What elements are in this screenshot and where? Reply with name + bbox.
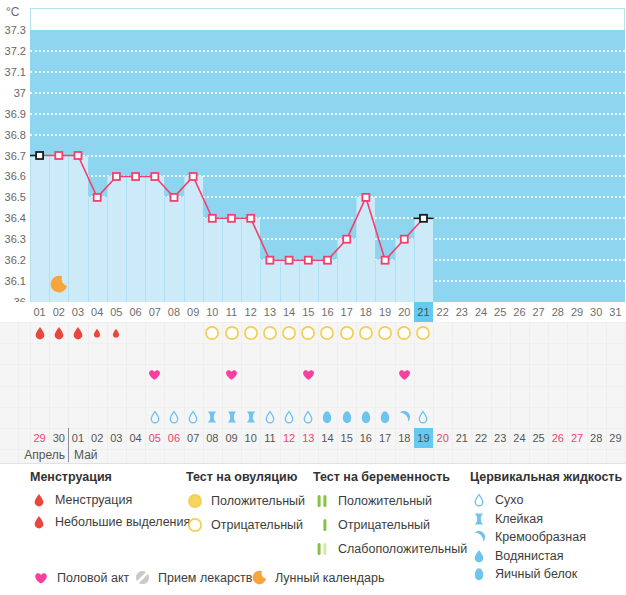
cycle-day-label[interactable]: 25 — [491, 302, 510, 322]
cervical-fluid-dry-icon[interactable] — [145, 407, 164, 428]
menstruation-light-icon[interactable] — [107, 322, 126, 343]
calendar-date-label[interactable]: 17 — [375, 428, 394, 448]
cycle-day-label[interactable]: 09 — [184, 302, 203, 322]
calendar-date-label[interactable]: 19 — [414, 428, 433, 448]
cycle-day-label[interactable]: 23 — [452, 302, 471, 322]
calendar-date-label[interactable]: 07 — [184, 428, 203, 448]
calendar-date-label[interactable]: 16 — [356, 428, 375, 448]
calendar-date-label[interactable]: 27 — [567, 428, 586, 448]
temp-point-day-8[interactable] — [171, 194, 178, 201]
calendar-date-label[interactable]: 21 — [452, 428, 471, 448]
cycle-day-label[interactable]: 20 — [395, 302, 414, 322]
ovulation-test-negative-icon[interactable] — [414, 322, 433, 343]
temp-point-day-20[interactable] — [401, 236, 408, 243]
temp-point-day-6[interactable] — [132, 173, 139, 180]
cervical-fluid-dry-icon[interactable] — [184, 407, 203, 428]
calendar-date-label[interactable]: 15 — [337, 428, 356, 448]
calendar-date-label[interactable]: 01 — [68, 428, 87, 448]
ovulation-test-negative-icon[interactable] — [395, 322, 414, 343]
cycle-day-label[interactable]: 27 — [529, 302, 548, 322]
ovulation-test-negative-icon[interactable] — [203, 322, 222, 343]
ovulation-test-negative-icon[interactable] — [260, 322, 279, 343]
temp-point-day-4[interactable] — [94, 194, 101, 201]
cycle-day-label[interactable]: 05 — [107, 302, 126, 322]
temp-point-day-7[interactable] — [151, 173, 158, 180]
calendar-date-label[interactable]: 24 — [510, 428, 529, 448]
calendar-date-label[interactable]: 03 — [107, 428, 126, 448]
cervical-fluid-eggwhite-icon[interactable] — [375, 407, 394, 428]
calendar-date-label[interactable]: 12 — [280, 428, 299, 448]
cervical-fluid-dry-icon[interactable] — [414, 407, 433, 428]
ovulation-test-negative-icon[interactable] — [337, 322, 356, 343]
cycle-day-label[interactable]: 21 — [414, 302, 433, 322]
calendar-date-label[interactable]: 04 — [126, 428, 145, 448]
calendar-date-label[interactable]: 23 — [491, 428, 510, 448]
calendar-date-label[interactable]: 26 — [548, 428, 567, 448]
ovulation-test-negative-icon[interactable] — [318, 322, 337, 343]
temp-point-day-10[interactable] — [209, 215, 216, 222]
cycle-day-label[interactable]: 14 — [280, 302, 299, 322]
cycle-day-label[interactable]: 15 — [299, 302, 318, 322]
cycle-day-label[interactable]: 28 — [548, 302, 567, 322]
cervical-fluid-creamy-icon[interactable] — [395, 407, 414, 428]
cycle-day-label[interactable]: 04 — [88, 302, 107, 322]
temp-point-day-19[interactable] — [382, 257, 389, 264]
menstruation-icon[interactable] — [68, 322, 87, 343]
calendar-date-label[interactable]: 02 — [88, 428, 107, 448]
cervical-fluid-dry-icon[interactable] — [299, 407, 318, 428]
cycle-day-label[interactable]: 02 — [49, 302, 68, 322]
cycle-day-label[interactable]: 07 — [145, 302, 164, 322]
cycle-day-label[interactable]: 19 — [375, 302, 394, 322]
calendar-date-label[interactable]: 18 — [395, 428, 414, 448]
temp-point-day-13[interactable] — [266, 257, 273, 264]
calendar-date-label[interactable]: 11 — [260, 428, 279, 448]
ovulation-test-negative-icon[interactable] — [356, 322, 375, 343]
cervical-fluid-eggwhite-icon[interactable] — [318, 407, 337, 428]
temp-point-day-14[interactable] — [286, 257, 293, 264]
cycle-day-label[interactable]: 11 — [222, 302, 241, 322]
ovulation-test-negative-icon[interactable] — [222, 322, 241, 343]
calendar-date-label[interactable]: 05 — [145, 428, 164, 448]
cycle-day-label[interactable]: 10 — [203, 302, 222, 322]
calendar-date-label[interactable]: 20 — [433, 428, 452, 448]
temp-point-day-9[interactable] — [190, 173, 197, 180]
ovulation-test-negative-icon[interactable] — [241, 322, 260, 343]
cervical-fluid-dry-icon[interactable] — [164, 407, 183, 428]
cervical-fluid-sticky-icon[interactable] — [222, 407, 241, 428]
cycle-day-label[interactable]: 08 — [164, 302, 183, 322]
cycle-day-label[interactable]: 03 — [68, 302, 87, 322]
calendar-date-label[interactable]: 14 — [318, 428, 337, 448]
temp-point-day-3[interactable] — [75, 152, 82, 159]
cervical-fluid-dry-icon[interactable] — [280, 407, 299, 428]
calendar-date-label[interactable]: 10 — [241, 428, 260, 448]
cycle-day-label[interactable]: 31 — [606, 302, 625, 322]
cervical-fluid-eggwhite-icon[interactable] — [356, 407, 375, 428]
ovulation-test-negative-icon[interactable] — [280, 322, 299, 343]
temp-point-day-15[interactable] — [305, 257, 312, 264]
cycle-day-label[interactable]: 18 — [356, 302, 375, 322]
calendar-date-label[interactable]: 30 — [49, 428, 68, 448]
calendar-date-label[interactable]: 22 — [471, 428, 490, 448]
cycle-day-label[interactable]: 12 — [241, 302, 260, 322]
chart-plot-area[interactable] — [30, 8, 625, 302]
intercourse-icon[interactable] — [145, 364, 164, 385]
intercourse-icon[interactable] — [299, 364, 318, 385]
menstruation-light-icon[interactable] — [88, 322, 107, 343]
cervical-fluid-sticky-icon[interactable] — [241, 407, 260, 428]
calendar-date-label[interactable]: 29 — [606, 428, 625, 448]
intercourse-icon[interactable] — [222, 364, 241, 385]
menstruation-icon[interactable] — [30, 322, 49, 343]
calendar-date-label[interactable]: 13 — [299, 428, 318, 448]
calendar-date-label[interactable]: 08 — [203, 428, 222, 448]
ovulation-test-negative-icon[interactable] — [299, 322, 318, 343]
temp-point-day-16[interactable] — [324, 257, 331, 264]
cycle-day-label[interactable]: 26 — [510, 302, 529, 322]
cervical-fluid-eggwhite-icon[interactable] — [337, 407, 356, 428]
calendar-date-label[interactable]: 29 — [30, 428, 49, 448]
temp-point-day-1[interactable] — [36, 152, 43, 159]
intercourse-icon[interactable] — [395, 364, 414, 385]
cervical-fluid-dry-icon[interactable] — [260, 407, 279, 428]
calendar-date-label[interactable]: 09 — [222, 428, 241, 448]
temp-point-day-17[interactable] — [343, 236, 350, 243]
cycle-day-label[interactable]: 17 — [337, 302, 356, 322]
